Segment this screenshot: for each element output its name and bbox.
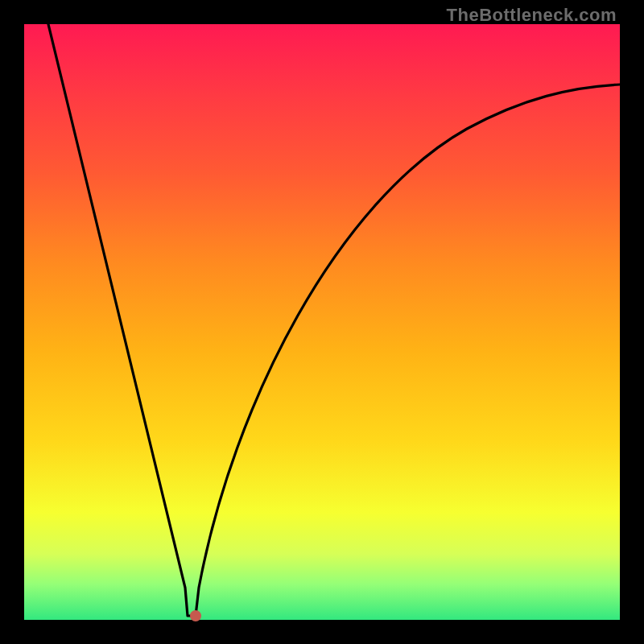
- watermark-text: TheBottleneck.com: [447, 5, 617, 26]
- bottleneck-curve: [24, 24, 620, 620]
- chart-frame: TheBottleneck.com: [0, 0, 644, 644]
- plot-area: [24, 24, 620, 620]
- optimal-point-marker: [190, 610, 201, 621]
- curve-path: [48, 24, 620, 616]
